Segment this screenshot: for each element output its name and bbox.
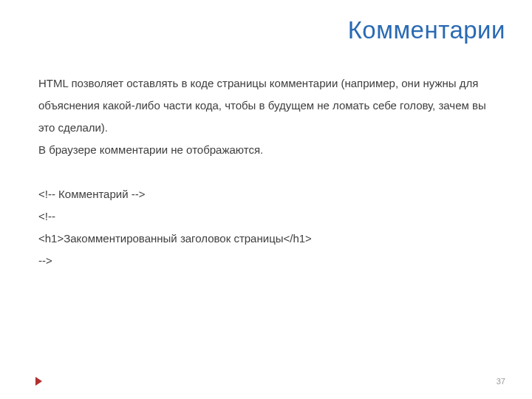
page-number: 37 [497,377,505,386]
code-line-3: <h1>Закомментированный заголовок страниц… [38,228,494,250]
paragraph-2: В браузере комментарии не отображаются. [38,139,494,161]
slide: Комментарии HTML позволяет оставлять в к… [0,0,532,399]
next-arrow-icon [35,377,42,386]
paragraph-1: HTML позволяет оставлять в коде страницы… [38,72,494,139]
blank-line [38,161,494,183]
slide-body: HTML позволяет оставлять в коде страницы… [38,72,494,272]
code-line-1: <!-- Комментарий --> [38,183,494,205]
code-line-4: --> [38,250,494,272]
code-line-2: <!-- [38,205,494,228]
slide-title: Комментарии [348,16,505,44]
